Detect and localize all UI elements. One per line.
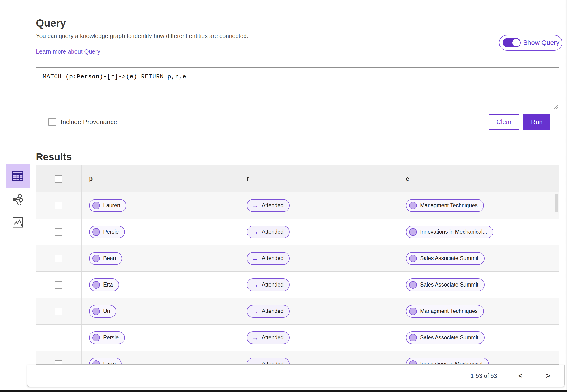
table-row: Lauren → Attended Managment Techniques <box>36 192 559 219</box>
cell-p: Persie <box>81 324 241 351</box>
relationship-label: Attended <box>262 335 284 341</box>
entity-label: Uri <box>103 308 110 314</box>
table-scrollbar-thumb[interactable] <box>555 194 558 212</box>
entity-pill[interactable]: Innovations in Mechanical... <box>406 226 493 238</box>
cell-r: → Attended <box>241 298 399 324</box>
table-row: Larry → Attended Innovations in Mechanic… <box>36 351 559 365</box>
scrollbar-gutter <box>554 298 559 324</box>
table-view-button[interactable] <box>6 164 30 188</box>
results-view-switcher <box>6 164 30 234</box>
entity-label: Persie <box>103 229 119 235</box>
row-select-cell <box>36 298 81 324</box>
entity-label: Persie <box>103 335 119 341</box>
entity-circle-icon <box>409 202 417 209</box>
query-page: { "header": { "title": "Query", "descrip… <box>0 0 567 392</box>
relationship-pill[interactable]: → Attended <box>247 305 290 318</box>
entity-circle-icon <box>92 360 100 365</box>
include-provenance-checkbox[interactable] <box>48 118 56 126</box>
entity-circle-icon <box>409 360 417 365</box>
entity-circle-icon <box>92 308 100 315</box>
results-rows: Lauren → Attended Managment Techniques P… <box>36 192 559 365</box>
learn-more-link[interactable]: Learn more about Query <box>36 48 100 55</box>
row-checkbox[interactable] <box>55 334 62 341</box>
cell-e: Innovations in Mechanical... <box>399 219 554 245</box>
table-view-icon <box>12 171 24 181</box>
column-header-p: p <box>81 166 241 192</box>
cell-r: → Attended <box>241 192 399 219</box>
chart-view-button[interactable] <box>6 211 30 234</box>
toggle-switch-icon[interactable] <box>503 38 521 47</box>
relationship-pill[interactable]: → Attended <box>247 279 290 291</box>
row-checkbox[interactable] <box>55 255 62 262</box>
column-header-r: r <box>241 166 399 192</box>
row-checkbox[interactable] <box>55 308 62 315</box>
scrollbar-gutter <box>554 324 559 351</box>
entity-circle-icon <box>92 334 100 341</box>
row-select-cell <box>36 351 81 365</box>
row-checkbox[interactable] <box>55 360 62 365</box>
cell-r: → Attended <box>241 324 399 351</box>
relationship-label: Attended <box>262 255 284 262</box>
window-bottom-edge <box>0 390 567 392</box>
entity-pill[interactable]: Sales Associate Summit <box>406 252 485 265</box>
entity-label: Lauren <box>103 202 120 209</box>
cell-p: Uri <box>81 298 241 324</box>
cell-e: Innovations in Mechanical <box>399 351 554 365</box>
entity-label: Innovations in Mechanical... <box>420 229 487 235</box>
pagination-range-label: 1-53 of 53 <box>470 372 497 379</box>
entity-pill[interactable]: Lauren <box>89 199 126 212</box>
row-checkbox[interactable] <box>55 202 62 209</box>
show-query-label: Show Query <box>523 39 559 46</box>
arrow-right-icon: → <box>252 335 258 341</box>
run-button[interactable]: Run <box>523 114 550 130</box>
scrollbar-gutter <box>554 351 559 365</box>
chevron-left-icon[interactable]: < <box>516 372 525 380</box>
relationship-pill[interactable]: → Attended <box>247 358 290 365</box>
entity-pill[interactable]: Persie <box>89 226 125 238</box>
arrow-right-icon: → <box>252 281 258 288</box>
toggle-knob <box>512 39 520 46</box>
select-all-checkbox[interactable] <box>55 175 62 183</box>
scrollbar-gutter <box>554 272 559 298</box>
entity-circle-icon <box>92 228 100 236</box>
clear-button[interactable]: Clear <box>489 114 519 130</box>
cell-p: Etta <box>81 272 241 298</box>
table-row: Uri → Attended Managment Techniques <box>36 298 559 324</box>
entity-pill[interactable]: Sales Associate Summit <box>406 331 485 344</box>
entity-label: Sales Associate Summit <box>420 281 478 288</box>
relationship-pill[interactable]: → Attended <box>247 331 290 344</box>
show-query-toggle[interactable]: Show Query <box>499 35 562 51</box>
entity-pill[interactable]: Sales Associate Summit <box>406 279 485 291</box>
entity-circle-icon <box>92 255 100 262</box>
relationship-pill[interactable]: → Attended <box>247 199 290 212</box>
entity-circle-icon <box>92 202 100 209</box>
entity-pill[interactable]: Larry <box>89 358 122 365</box>
results-title: Results <box>36 151 72 163</box>
entity-pill[interactable]: Uri <box>89 305 116 318</box>
relationship-label: Attended <box>262 361 284 365</box>
entity-pill[interactable]: Persie <box>89 331 125 344</box>
row-checkbox[interactable] <box>55 228 62 236</box>
row-checkbox[interactable] <box>55 281 62 289</box>
results-table: p r e Lauren → Attended Managment Techni… <box>36 165 559 365</box>
entity-pill[interactable]: Innovations in Mechanical <box>406 358 489 365</box>
entity-pill[interactable]: Etta <box>89 279 119 291</box>
select-all-cell <box>36 166 81 192</box>
arrow-right-icon: → <box>252 229 258 235</box>
query-panel-footer: Include Provenance Clear Run <box>36 111 559 134</box>
table-row: Etta → Attended Sales Associate Summit <box>36 272 559 298</box>
row-select-cell <box>36 272 81 298</box>
cell-p: Larry <box>81 351 241 365</box>
textarea-resize-grip-icon[interactable] <box>553 105 558 109</box>
table-row: Persie → Attended Sales Associate Summit <box>36 324 559 351</box>
chevron-right-icon[interactable]: > <box>544 372 552 380</box>
entity-pill[interactable]: Managment Techniques <box>406 305 484 318</box>
link-chart-view-button[interactable] <box>6 188 30 211</box>
query-input[interactable]: MATCH (p:Person)-[r]->(e) RETURN p,r,e <box>36 68 559 110</box>
scrollbar-gutter <box>554 219 559 245</box>
relationship-pill[interactable]: → Attended <box>247 252 290 265</box>
cell-r: → Attended <box>241 219 399 245</box>
relationship-pill[interactable]: → Attended <box>247 226 290 238</box>
entity-pill[interactable]: Managment Techniques <box>406 199 484 212</box>
entity-pill[interactable]: Beau <box>89 252 122 265</box>
